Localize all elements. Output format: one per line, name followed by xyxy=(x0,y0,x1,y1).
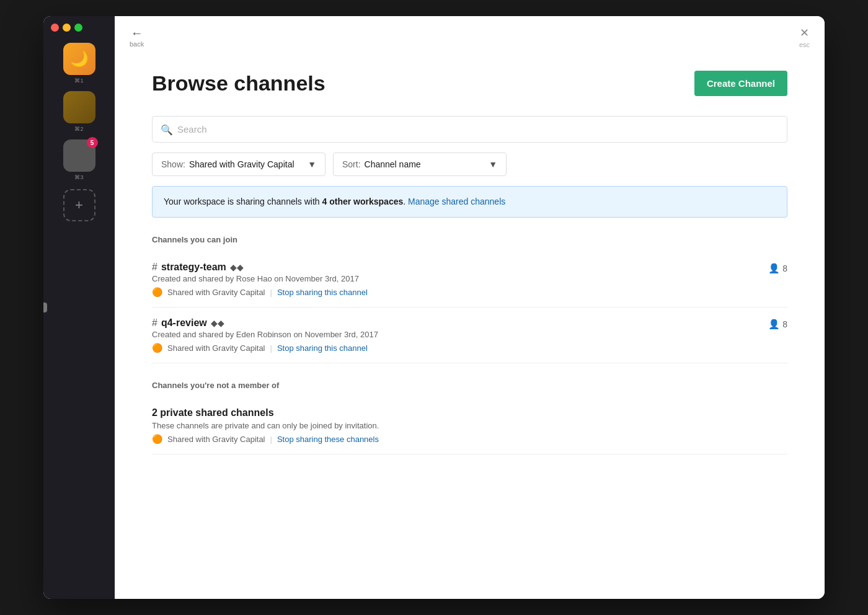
workspace-emoji-q4: 🟠 xyxy=(152,343,162,353)
close-icon: ✕ xyxy=(800,26,809,40)
sort-filter-dropdown[interactable]: Sort: Channel name ▼ xyxy=(333,153,507,176)
channel-name-row-q4: # q4-review ◆◆ xyxy=(152,317,768,329)
stop-sharing-q4-link[interactable]: Stop sharing this channel xyxy=(277,343,368,353)
show-filter-chevron-icon: ▼ xyxy=(308,159,316,169)
search-icon: 🔍 xyxy=(161,123,173,135)
shared-diamond-icon: ◆◆ xyxy=(230,262,244,272)
info-banner-prefix: Your workspace is sharing channels with xyxy=(164,197,322,206)
channel-shared-row-q4: 🟠 Shared with Gravity Capital | Stop sha… xyxy=(152,343,768,353)
page-body: Browse channels Create Channel 🔍 Show: S… xyxy=(115,58,825,599)
show-filter-value: Shared with Gravity Capital xyxy=(189,159,294,169)
sort-filter-label: Sort: xyxy=(342,159,361,169)
workspace-1-icon: 🌙 xyxy=(63,43,95,75)
workspace-3-shortcut: ⌘3 xyxy=(74,174,83,180)
back-button[interactable]: ← back xyxy=(130,27,144,48)
member-icon-q4: 👤 xyxy=(768,319,780,330)
show-filter-dropdown[interactable]: Show: Shared with Gravity Capital ▼ xyxy=(152,153,326,176)
page-title: Browse channels xyxy=(152,71,326,95)
can-join-section-header: Channels you can join xyxy=(152,235,787,244)
hash-icon: # xyxy=(152,317,157,329)
hash-icon: # xyxy=(152,262,157,273)
workspace-3-icon: 5 xyxy=(63,139,95,172)
private-shared-text: Shared with Gravity Capital xyxy=(167,435,265,444)
page-header: Browse channels Create Channel xyxy=(152,71,787,96)
back-arrow-icon: ← xyxy=(131,27,143,39)
private-channel-description: These channels are private and can only … xyxy=(152,421,787,430)
private-channel-name: 2 private shared channels xyxy=(152,407,787,418)
sidebar-item-workspace-1[interactable]: 🌙 ⌘1 xyxy=(58,42,101,85)
member-icon: 👤 xyxy=(768,263,780,274)
workspace-2-icon xyxy=(63,91,95,123)
sort-filter-value: Channel name xyxy=(365,159,421,169)
channel-item-q4-review: # q4-review ◆◆ Created and shared by Ede… xyxy=(152,308,787,363)
shared-text-q4: Shared with Gravity Capital xyxy=(167,343,265,353)
channel-name-q4-review: q4-review xyxy=(161,317,207,329)
member-count-strategy-team: 👤 8 xyxy=(768,262,787,274)
workspace-2-shortcut: ⌘2 xyxy=(74,126,83,132)
manage-shared-channels-link[interactable]: Manage shared channels xyxy=(408,197,505,206)
show-filter-label: Show: xyxy=(161,159,185,169)
sort-filter-chevron-icon: ▼ xyxy=(489,159,497,169)
channel-desc-strategy-team: Created and shared by Rose Hao on Novemb… xyxy=(152,274,768,283)
create-channel-button[interactable]: Create Channel xyxy=(694,71,787,96)
workspace-1-shortcut: ⌘1 xyxy=(74,77,83,84)
workspace-3-badge: 5 xyxy=(87,137,98,148)
top-bar: ← back ✕ esc xyxy=(115,16,825,58)
channel-item-strategy-team: # strategy-team ◆◆ Created and shared by… xyxy=(152,252,787,308)
private-workspace-emoji: 🟠 xyxy=(152,434,162,444)
channel-name-strategy-team: strategy-team xyxy=(161,262,226,273)
private-channel-item: 2 private shared channels These channels… xyxy=(152,397,787,454)
info-banner-count: 4 other workspaces xyxy=(322,197,404,206)
traffic-light-green[interactable] xyxy=(74,24,82,32)
channel-info-strategy-team: # strategy-team ◆◆ Created and shared by… xyxy=(152,262,768,297)
filters-row: Show: Shared with Gravity Capital ▼ Sort… xyxy=(152,153,787,176)
sidebar: 🌙 ⌘1 ⌘2 5 ⌘3 + xyxy=(43,16,115,599)
separator: | xyxy=(270,288,272,297)
non-member-section-header: Channels you're not a member of xyxy=(152,381,787,390)
info-banner: Your workspace is sharing channels with … xyxy=(152,186,787,218)
channel-name-row: # strategy-team ◆◆ xyxy=(152,262,768,273)
member-count-q4: 👤 8 xyxy=(768,317,787,330)
shared-text-strategy-team: Shared with Gravity Capital xyxy=(167,288,265,297)
search-input[interactable] xyxy=(152,116,787,143)
channel-info-q4-review: # q4-review ◆◆ Created and shared by Ede… xyxy=(152,317,768,353)
app-window: 🌙 ⌘1 ⌘2 5 ⌘3 + ← back xyxy=(43,16,825,599)
separator-q4: | xyxy=(270,343,272,353)
sidebar-collapse-arrow xyxy=(43,303,47,312)
sidebar-item-workspace-3[interactable]: 5 ⌘3 xyxy=(58,138,101,182)
esc-label: esc xyxy=(799,41,810,48)
add-icon: + xyxy=(75,197,83,213)
stop-sharing-private-link[interactable]: Stop sharing these channels xyxy=(277,435,379,444)
search-container: 🔍 xyxy=(152,116,787,143)
traffic-light-red[interactable] xyxy=(51,24,59,32)
member-count-value-q4: 8 xyxy=(782,319,787,329)
info-banner-suffix: . xyxy=(403,197,408,206)
traffic-light-yellow[interactable] xyxy=(63,24,71,32)
private-channel-shared-row: 🟠 Shared with Gravity Capital | Stop sha… xyxy=(152,434,787,444)
private-separator: | xyxy=(270,435,272,444)
non-member-section: Channels you're not a member of 2 privat… xyxy=(152,381,787,454)
sidebar-item-workspace-2[interactable]: ⌘2 xyxy=(58,90,101,133)
traffic-lights xyxy=(43,24,90,32)
channel-desc-q4-review: Created and shared by Eden Robinson on N… xyxy=(152,330,768,339)
channel-list: # strategy-team ◆◆ Created and shared by… xyxy=(152,252,787,363)
member-count-value: 8 xyxy=(782,263,787,273)
channel-shared-row-strategy-team: 🟠 Shared with Gravity Capital | Stop sha… xyxy=(152,287,768,297)
workspace-emoji-strategy-team: 🟠 xyxy=(152,287,162,297)
back-label: back xyxy=(130,40,144,48)
shared-diamond-icon-q4: ◆◆ xyxy=(211,318,224,328)
main-content: ← back ✕ esc Browse channels Create Chan… xyxy=(115,16,825,599)
add-workspace-button[interactable]: + xyxy=(63,189,95,221)
stop-sharing-strategy-team-link[interactable]: Stop sharing this channel xyxy=(277,288,368,297)
esc-button[interactable]: ✕ esc xyxy=(799,26,810,48)
